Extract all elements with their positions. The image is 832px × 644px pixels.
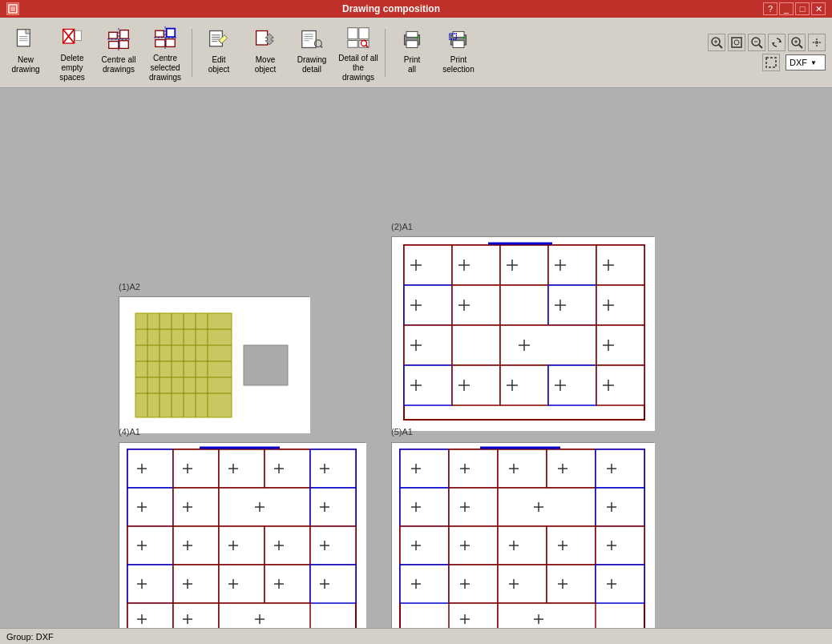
app-icon	[6, 2, 19, 15]
svg-rect-38	[348, 27, 357, 38]
svg-point-68	[815, 41, 818, 44]
print-sel-icon	[446, 26, 471, 52]
svg-rect-218	[498, 488, 596, 526]
svg-rect-98	[500, 325, 596, 365]
move-icon	[252, 26, 278, 52]
edit-object-button[interactable]: Editobject	[196, 22, 241, 83]
svg-point-47	[417, 37, 419, 39]
format-dropdown[interactable]: DXF	[786, 54, 826, 70]
svg-rect-228	[547, 565, 596, 603]
svg-rect-216	[400, 488, 449, 526]
svg-rect-50	[453, 41, 464, 48]
print-all-button[interactable]: Printall	[390, 22, 434, 83]
title-bar: Drawing composition ? _ □ ✕	[0, 0, 832, 18]
svg-rect-83	[244, 345, 288, 385]
select-button[interactable]	[762, 54, 780, 71]
new-drawing-label: Newdrawing	[11, 55, 39, 74]
drawing-4a1-label: (4)A1	[119, 427, 140, 437]
refresh-button[interactable]	[768, 34, 786, 51]
main-canvas[interactable]: (1)A2 (2)A1	[0, 88, 832, 628]
svg-rect-159	[265, 565, 310, 603]
svg-line-60	[759, 45, 762, 48]
main-toolbar: Newdrawing Delete emptyspaces Cent	[0, 18, 832, 88]
svg-rect-224	[596, 526, 644, 565]
svg-rect-230	[449, 603, 498, 628]
status-text: Group: DXF	[6, 632, 54, 642]
svg-rect-151	[127, 526, 173, 565]
svg-line-37	[321, 46, 323, 48]
drawing-panel-2a1[interactable]	[391, 236, 654, 430]
drawing-2a1-label: (2)A1	[391, 222, 413, 231]
svg-rect-14	[109, 42, 119, 49]
help-button[interactable]: ?	[763, 2, 777, 15]
minimize-button[interactable]: _	[779, 2, 794, 15]
svg-rect-144	[219, 449, 265, 488]
svg-rect-20	[155, 39, 165, 46]
zoom-in-button[interactable]	[788, 34, 806, 51]
svg-rect-148	[173, 488, 219, 526]
svg-rect-11	[75, 30, 82, 40]
move-object-label: Moveobject	[255, 55, 277, 74]
svg-rect-158	[219, 565, 265, 603]
detail-all-label: Detail of allthe drawings	[338, 54, 378, 83]
svg-rect-45	[406, 31, 418, 37]
svg-rect-223	[547, 526, 596, 565]
separator-1	[192, 29, 192, 77]
close-button[interactable]: ✕	[811, 2, 826, 15]
svg-rect-146	[310, 449, 356, 488]
svg-rect-161	[127, 603, 173, 628]
svg-rect-219	[596, 488, 644, 526]
zoom-rect-button[interactable]	[708, 34, 725, 51]
svg-rect-12	[109, 32, 118, 38]
maximize-button[interactable]: □	[795, 2, 810, 15]
print-selection-label: Printselection	[442, 55, 474, 74]
svg-rect-163	[219, 603, 310, 628]
zoom-out-button[interactable]	[748, 34, 765, 51]
delete-icon	[59, 25, 85, 50]
status-bar: Group: DXF	[0, 628, 832, 644]
delete-empty-label: Delete emptyspaces	[52, 54, 92, 83]
drawing-panel-5a1[interactable]	[391, 442, 654, 628]
svg-rect-211	[400, 449, 449, 488]
svg-rect-215	[596, 449, 644, 488]
svg-rect-213	[498, 449, 547, 488]
new-drawing-button[interactable]: Newdrawing	[3, 22, 48, 83]
svg-rect-13	[120, 30, 129, 39]
edit-icon	[206, 26, 232, 52]
svg-rect-150	[310, 488, 356, 526]
svg-rect-156	[127, 565, 173, 603]
svg-point-51	[463, 37, 466, 39]
detail-all-button[interactable]: Detail of allthe drawings	[336, 21, 381, 85]
pan-button[interactable]	[808, 34, 826, 51]
svg-rect-220	[400, 526, 449, 565]
svg-rect-145	[265, 449, 310, 488]
drawing-panel-1a2[interactable]	[119, 296, 309, 433]
detail-icon	[299, 26, 325, 52]
delete-empty-button[interactable]: Delete emptyspaces	[50, 21, 95, 85]
centre-all-button[interactable]: Centre alldrawings	[96, 22, 141, 83]
window-title: Drawing composition	[19, 3, 763, 14]
svg-rect-152	[173, 526, 219, 565]
svg-rect-31	[302, 31, 317, 48]
svg-rect-39	[359, 27, 369, 38]
centre-all-icon	[106, 26, 131, 52]
drawing-detail-label: Drawingdetail	[297, 55, 327, 74]
new-doc-icon	[13, 26, 38, 52]
svg-rect-217	[449, 488, 498, 526]
svg-rect-49	[453, 31, 464, 37]
svg-rect-15	[119, 41, 128, 49]
centre-selected-button[interactable]: Centre selecteddrawings	[143, 21, 188, 85]
drawing-detail-button[interactable]: Drawingdetail	[289, 22, 334, 83]
print-selection-button[interactable]: Printselection	[436, 22, 481, 83]
drawing-panel-4a1[interactable]	[119, 442, 366, 628]
svg-rect-153	[219, 526, 265, 565]
window-controls: ? _ □ ✕	[763, 2, 826, 15]
svg-rect-18	[155, 30, 164, 37]
svg-rect-147	[127, 488, 173, 526]
zoom-fit-button[interactable]	[728, 34, 745, 51]
svg-rect-227	[498, 565, 547, 603]
detail-all-icon	[345, 25, 371, 50]
print-all-label: Printall	[404, 55, 421, 74]
move-object-button[interactable]: Moveobject	[243, 22, 288, 83]
svg-rect-142	[127, 449, 173, 488]
